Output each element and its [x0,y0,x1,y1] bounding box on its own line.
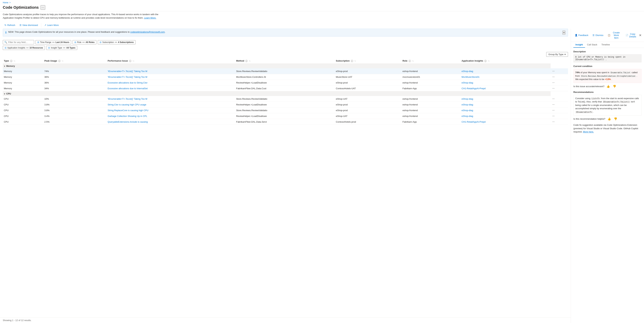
table-cell[interactable]: eShop-diag [460,102,550,108]
helpful-thumbup-button[interactable]: 👍 [607,117,612,121]
row-more-button[interactable]: ··· [552,81,555,84]
search-box[interactable]: 🔍 [3,40,34,44]
sub-sort[interactable]: ↑↓ [354,60,356,62]
tab-insight[interactable]: Insight [573,42,585,48]
role-filter[interactable]: ⊟ Role == All Roles [72,40,96,44]
description-section-title: Description [573,50,642,53]
table-cell-dots[interactable]: ··· [550,108,568,113]
table-cell[interactable]: String.Ctor is causing high CPU usage [107,102,235,108]
row-more-button[interactable]: ··· [552,109,555,112]
table-row[interactable]: Memory36%Excessive allocations due to St… [3,80,568,86]
table-cell[interactable]: QueryableExtensions.Include is causing [107,119,235,125]
table-cell[interactable]: String.ReplaceCore is causing high CPU [107,108,235,113]
table-row[interactable]: CPU3.8%String.Ctor is causing high CPU u… [3,102,568,108]
table-cell[interactable]: CH1-RetailAppAI-Prepd [460,119,550,125]
row-more-button[interactable]: ··· [552,97,555,100]
refresh-button[interactable]: ↻ Refresh [3,23,17,27]
info-banner-email[interactable]: codeoptimizations@microsoft.com [130,30,165,33]
table-cell[interactable]: Garbage Collection Showing Up in CPL [107,113,235,119]
table-cell[interactable]: 'IEnumerable<T>.ToList()' Taking Too M [107,96,235,102]
row-more-button[interactable]: ··· [552,87,555,90]
row-more-button[interactable]: ··· [552,103,555,106]
page-title: Code Optimizations [3,5,39,10]
table-cell: CPU [3,119,43,125]
table-cell: eShop-prod [335,102,402,108]
view-dismissed-button[interactable]: ☰ View dismissed [18,23,40,27]
table-row[interactable]: CPU10%'IEnumerable<T>.ToList()' Taking T… [3,96,568,102]
row-more-button[interactable]: ··· [552,70,555,73]
table-cell: Memory [3,80,43,86]
row-more-button[interactable]: ··· [552,114,555,118]
app-insights-filter[interactable]: ⊟ Application Insights == 10 Resources [3,46,45,50]
more-here-link[interactable]: More here. [583,130,594,133]
row-more-button[interactable]: ··· [552,75,555,78]
subscription-filter[interactable]: ⊟ Subscription == 4 Subscriptions [98,40,136,44]
search-input[interactable] [8,41,32,44]
table-group-row[interactable]: ∨Memory [3,64,568,68]
col-subscription: Subscription i ↑↓ [335,58,402,64]
table-row[interactable]: CPU3.8%String.ReplaceCore is causing hig… [3,108,568,113]
table-row[interactable]: CPU3.4%Garbage Collection Showing Up in … [3,113,568,119]
learn-more-link[interactable]: Learn More. [144,16,156,19]
accurate-thumbup-button[interactable]: 👍 [606,84,610,88]
table-cell-dots[interactable]: ··· [550,119,568,125]
helpful-thumbdown-button[interactable]: 👎 [613,117,618,121]
table-cell[interactable]: MvcMusicStore01 [460,74,550,80]
table-row[interactable]: Memory36%'IEnumerable<T>.ToList()' Takin… [3,74,568,80]
ai-sort[interactable]: ↑↓ [488,60,490,62]
table-cell-dots[interactable]: ··· [550,113,568,119]
insights-table: Type i ↑↓ Peak Usage i ↑↓ Performance Is… [3,58,568,125]
copy-details-button[interactable]: 📄 Copy Details [624,32,638,39]
table-cell[interactable]: eShop-diag [460,113,550,119]
close-right-panel-button[interactable]: ✕ [639,34,642,37]
table-row[interactable]: Memory74%'IEnumerable<T>.ToList()' Takin… [3,68,568,74]
create-work-item-button[interactable]: 📋 Create Work Item [606,30,623,40]
table-cell-dots[interactable]: ··· [550,96,568,102]
table-row[interactable]: Memory34%Excessive allocations due to In… [3,86,568,91]
type-sort[interactable]: ↑↓ [14,60,15,62]
table-cell: eshop-frontend [402,113,461,119]
more-options-button[interactable]: ··· [40,5,45,10]
row-more-button[interactable]: ··· [552,120,555,123]
accurate-thumbdown-button[interactable]: 👎 [612,84,617,88]
time-range-filter[interactable]: ⊟ Time Range == Last 24 Hours [36,40,71,44]
info-banner-close-button[interactable]: ✕ [562,30,565,34]
table-row[interactable]: CPU2.5%QueryableExtensions.Include is ca… [3,119,568,125]
perf-sort[interactable]: ↑↓ [132,60,134,62]
table-cell[interactable]: eShop-diag [460,96,550,102]
method-sort[interactable]: ↑↓ [249,60,250,62]
peak-sort[interactable]: ↑↓ [62,60,63,62]
learn-more-button[interactable]: ↗ Learn More [42,23,60,27]
breadcrumb-home[interactable]: Home [3,2,8,4]
table-group-row[interactable]: ∨CPU [3,91,568,96]
table-cell-dots[interactable]: ··· [550,102,568,108]
group-by-button[interactable]: Group By Type ▾ [546,52,568,57]
table-cell-dots[interactable]: ··· [550,68,568,74]
dismiss-button[interactable]: ☰ Dismiss [591,33,605,38]
table-cell: eshop-frontend [402,68,461,74]
external-link-icon: ↗ [44,24,46,26]
role-sort[interactable]: ↑↓ [412,60,414,62]
table-cell[interactable]: Excessive allocations due to InternalSet [107,86,235,91]
table-cell[interactable]: 'IEnumerable<T>.ToList()' Taking Too M [107,68,235,74]
table-cell[interactable]: eShop-diag [460,68,550,74]
table-cell-dots[interactable]: ··· [550,80,568,86]
insight-type-filter[interactable]: ⊟ Insight Type == All Types [46,46,77,50]
tab-timeline[interactable]: Timeline [599,42,612,48]
info-banner-text: NEW: This page shows Code Optimizations … [8,30,166,33]
table-cell: Store.Reviews.ReviewValidatio [235,96,335,102]
time-range-op: == [52,41,54,44]
app-insights-value: 10 Resources [30,46,43,49]
info-icon: ℹ [6,31,6,34]
table-cell[interactable]: eShop-diag [460,80,550,86]
tab-call-stack[interactable]: Call Stack [585,42,600,48]
table-cell-dots[interactable]: ··· [550,74,568,80]
table-container[interactable]: Type i ↑↓ Peak Usage i ↑↓ Performance Is… [0,58,571,318]
table-cell[interactable]: 'IEnumerable<T>.ToList()' Taking Too M [107,74,235,80]
table-cell[interactable]: CH1-RetailAppAI-Prepd [460,86,550,91]
table-cell[interactable]: eShop-diag [460,108,550,113]
feedback-button[interactable]: 👤 Feedback [573,33,590,38]
table-cell[interactable]: Excessive allocations due to String.Ctor [107,80,235,86]
condition-text4: . [612,78,612,80]
table-cell-dots[interactable]: ··· [550,86,568,91]
